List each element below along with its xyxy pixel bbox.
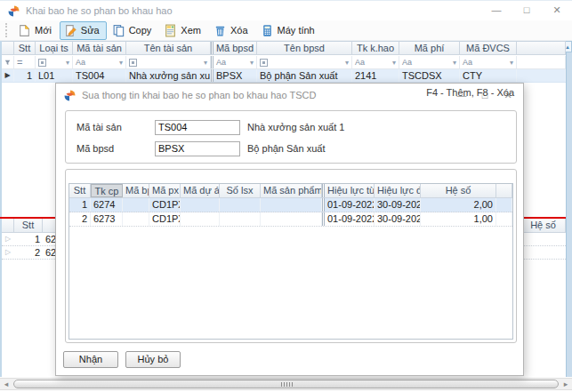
alloc-cell-ma-san-pham bbox=[261, 212, 322, 226]
filter-stt[interactable]: = bbox=[14, 56, 36, 68]
table-row[interactable]: 1 6274 CD1PX1 01-09-2022 30-09-2022 2,00 bbox=[69, 198, 512, 212]
copy-icon bbox=[112, 24, 125, 37]
new-button[interactable]: Mới bbox=[13, 21, 59, 40]
window-controls: — □ ✕ bbox=[481, 1, 572, 20]
ma-tai-san-label: Mã tài sản bbox=[77, 122, 122, 132]
vertical-scrollbar[interactable] bbox=[566, 41, 572, 377]
app-logo-icon bbox=[64, 90, 76, 101]
alloc-header-filler bbox=[496, 184, 512, 197]
chevron-down-icon[interactable]: ▾ bbox=[453, 59, 456, 67]
chevron-down-icon[interactable]: ▾ bbox=[204, 59, 207, 67]
chevron-down-icon[interactable]: ▾ bbox=[66, 59, 69, 67]
window-title: Khai bao he so phan bo khau hao bbox=[26, 5, 173, 16]
scroll-left-icon[interactable]: ◂ bbox=[0, 379, 12, 389]
view-button[interactable]: Xem bbox=[159, 21, 208, 40]
chevron-down-icon[interactable]: ▾ bbox=[510, 59, 513, 67]
delete-button[interactable]: Xóa bbox=[209, 21, 255, 40]
field-row-ma-tai-san: Mã tài sản Nhà xưởng sản xuất 1 bbox=[66, 119, 516, 135]
chevron-down-icon[interactable]: ▾ bbox=[119, 59, 123, 67]
column-header-ma-phi[interactable]: Mã phí bbox=[399, 42, 460, 54]
alloc-cell-ma-bp bbox=[123, 198, 149, 212]
column-header-ten-bpsd[interactable]: Tên bpsd bbox=[257, 42, 352, 54]
toolbar-grip[interactable] bbox=[5, 23, 9, 37]
cell-filler bbox=[517, 69, 566, 82]
table-row[interactable]: ▶ 1 L01 TS004 Nhà xưởng sản xuất 1 BPSX … bbox=[2, 69, 566, 83]
view-icon bbox=[164, 24, 177, 37]
alloc-header-ma-px[interactable]: Mã px bbox=[149, 184, 181, 197]
column-header-ma-bpsd[interactable]: Mã bpsd bbox=[213, 42, 257, 54]
cell-tk-khao: 2141 bbox=[352, 69, 399, 82]
filter-row: = ▾ Aa ▾ ▾ Aa ▾ ▾ Aa ▾ Aa ▾ bbox=[2, 56, 566, 69]
column-header-ma-tai-san[interactable]: Mã tài sản bbox=[73, 42, 126, 54]
scrollbar-grip-icon bbox=[281, 382, 293, 387]
filter-ma-tai-san[interactable]: Aa ▾ bbox=[73, 56, 126, 68]
filter-ma-bpsd[interactable]: Aa ▾ bbox=[213, 56, 257, 68]
alloc-header-he-so[interactable]: Hệ số bbox=[421, 184, 496, 197]
minimize-button[interactable]: — bbox=[481, 1, 512, 20]
filter-funnel-cell[interactable] bbox=[2, 56, 14, 68]
ma-bpsd-input[interactable] bbox=[155, 141, 240, 156]
calculator-button[interactable]: Máy tính bbox=[256, 21, 322, 40]
chevron-down-icon[interactable]: ▾ bbox=[250, 59, 254, 67]
chevron-down-icon[interactable]: ▾ bbox=[345, 59, 349, 67]
text-filter-icon: Aa bbox=[402, 58, 412, 67]
column-header-tk-khao[interactable]: Tk k.hao bbox=[352, 42, 399, 54]
window-left-border bbox=[0, 41, 2, 377]
column-header-ma-dvcs[interactable]: Mã ĐVCS bbox=[460, 42, 517, 54]
field-row-ma-bpsd: Mã bpsd Bộ phận Sản xuất bbox=[66, 140, 516, 156]
close-button[interactable]: ✕ bbox=[542, 1, 572, 20]
alloc-cell-ma-du-an bbox=[181, 198, 220, 212]
alloc-header-so-lsx[interactable]: Số lsx bbox=[220, 184, 261, 197]
edit-button[interactable]: Sửa bbox=[60, 21, 107, 40]
column-header-ten-tai-san[interactable]: Tên tài sản bbox=[126, 42, 211, 54]
scroll-right-icon[interactable]: ▸ bbox=[560, 379, 572, 389]
allocation-grid-header: Stt Tk cp Mã bp Mã px Mã dự án Số lsx Mã… bbox=[69, 184, 512, 198]
alloc-cell-filler bbox=[496, 212, 512, 226]
column-header-stt[interactable]: Stt bbox=[14, 42, 36, 54]
filter-ten-tai-san[interactable]: ▾ bbox=[126, 56, 211, 68]
dialog-buttons: Nhận Hủy bỏ bbox=[63, 351, 181, 368]
allocation-grid: Stt Tk cp Mã bp Mã px Mã dự án Số lsx Mã… bbox=[68, 183, 513, 340]
filter-tk-khao[interactable]: Aa ▾ bbox=[352, 56, 399, 68]
new-button-label: Mới bbox=[35, 25, 52, 36]
alloc-header-hieu-luc-tu[interactable]: Hiệu lực từ n bbox=[325, 184, 375, 197]
alloc-header-ma-san-pham[interactable]: Mã sản phẩm bbox=[261, 184, 322, 197]
filter-ma-phi[interactable]: Aa ▾ bbox=[399, 56, 460, 68]
scrollbar-thumb[interactable] bbox=[13, 380, 559, 388]
horizontal-scrollbar[interactable]: ◂ ▸ bbox=[0, 378, 572, 390]
alloc-cell-he-so: 1,00 bbox=[421, 212, 496, 226]
text-filter-icon: Aa bbox=[463, 58, 472, 67]
alloc-header-ma-bp[interactable]: Mã bp bbox=[123, 184, 149, 197]
accept-button[interactable]: Nhận bbox=[63, 351, 118, 368]
alloc-header-hieu-luc-den[interactable]: Hiệu lực đến bbox=[375, 184, 421, 197]
alloc-cell-stt: 2 bbox=[69, 212, 91, 226]
detail-header-he-so[interactable]: Hệ số bbox=[520, 219, 566, 232]
table-row[interactable]: 2 6273 CD1PX2 01-09-2022 30-09-2022 1,00 bbox=[69, 212, 512, 227]
filter-box-icon bbox=[260, 59, 268, 67]
alloc-header-tk-cp[interactable]: Tk cp bbox=[91, 184, 123, 197]
alloc-cell-filler bbox=[496, 198, 512, 212]
ma-tai-san-input[interactable] bbox=[155, 120, 240, 135]
cell-ma-bpsd: BPSX bbox=[213, 69, 257, 82]
toolbar: Mới Sửa Copy Xem bbox=[0, 20, 572, 41]
alloc-cell-tk-cp: 6274 bbox=[91, 198, 123, 212]
filter-funnel-icon bbox=[4, 59, 11, 67]
text-filter-icon: Aa bbox=[76, 58, 85, 67]
edit-icon bbox=[64, 24, 77, 37]
alloc-cell-stt: 1 bbox=[69, 198, 91, 212]
chevron-down-icon[interactable]: ▾ bbox=[392, 59, 396, 67]
cell-ma-tai-san: TS004 bbox=[73, 69, 126, 82]
copy-button[interactable]: Copy bbox=[108, 21, 159, 40]
filter-filler bbox=[517, 56, 566, 68]
text-filter-icon: Aa bbox=[216, 58, 226, 67]
alloc-header-stt[interactable]: Stt bbox=[69, 184, 91, 197]
filter-loai-ts[interactable]: ▾ bbox=[36, 56, 73, 68]
alloc-header-ma-du-an[interactable]: Mã dự án bbox=[181, 184, 220, 197]
detail-header-stt[interactable]: Stt bbox=[14, 219, 43, 232]
row-marker-icon: ▷ bbox=[2, 233, 14, 245]
filter-ma-dvcs[interactable]: Aa ▾ bbox=[460, 56, 517, 68]
column-header-loai-ts[interactable]: Loại ts bbox=[36, 42, 73, 54]
maximize-button[interactable]: □ bbox=[512, 1, 542, 20]
cancel-button[interactable]: Hủy bỏ bbox=[125, 351, 181, 368]
filter-ten-bpsd[interactable]: ▾ bbox=[257, 56, 352, 68]
